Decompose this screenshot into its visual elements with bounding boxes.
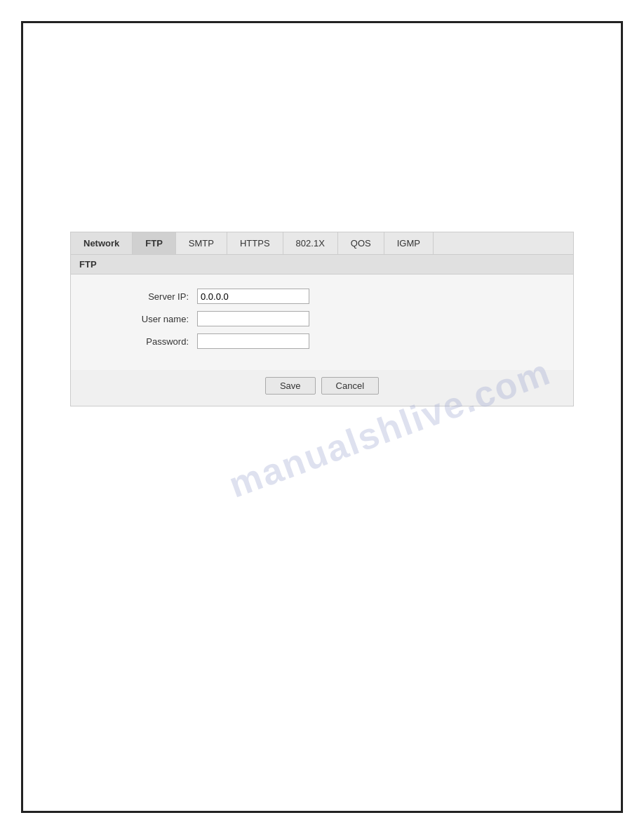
- password-input[interactable]: [197, 333, 309, 349]
- ftp-form: Server IP: User name: Password:: [71, 274, 573, 370]
- ui-container: Network FTP SMTP HTTPS 802.1X QOS IGMP F…: [70, 232, 574, 406]
- tab-ftp[interactable]: FTP: [133, 232, 176, 254]
- tab-network[interactable]: Network: [71, 232, 133, 254]
- server-ip-label: Server IP:: [85, 291, 197, 302]
- server-ip-input[interactable]: [197, 289, 309, 304]
- tab-smtp[interactable]: SMTP: [176, 232, 227, 254]
- tab-igmp[interactable]: IGMP: [384, 232, 434, 254]
- user-name-input[interactable]: [197, 311, 309, 326]
- cancel-button[interactable]: Cancel: [321, 377, 379, 395]
- tab-8021x[interactable]: 802.1X: [283, 232, 338, 254]
- tab-bar: Network FTP SMTP HTTPS 802.1X QOS IGMP: [71, 232, 573, 255]
- section-header: FTP: [71, 255, 573, 274]
- user-name-label: User name:: [85, 314, 197, 324]
- button-row: Save Cancel: [71, 370, 573, 406]
- tab-qos[interactable]: QOS: [338, 232, 384, 254]
- tab-https[interactable]: HTTPS: [227, 232, 283, 254]
- password-row: Password:: [85, 333, 559, 349]
- save-button[interactable]: Save: [265, 377, 316, 395]
- user-name-row: User name:: [85, 311, 559, 326]
- server-ip-row: Server IP:: [85, 289, 559, 304]
- password-label: Password:: [85, 336, 197, 347]
- page-border: [21, 21, 623, 813]
